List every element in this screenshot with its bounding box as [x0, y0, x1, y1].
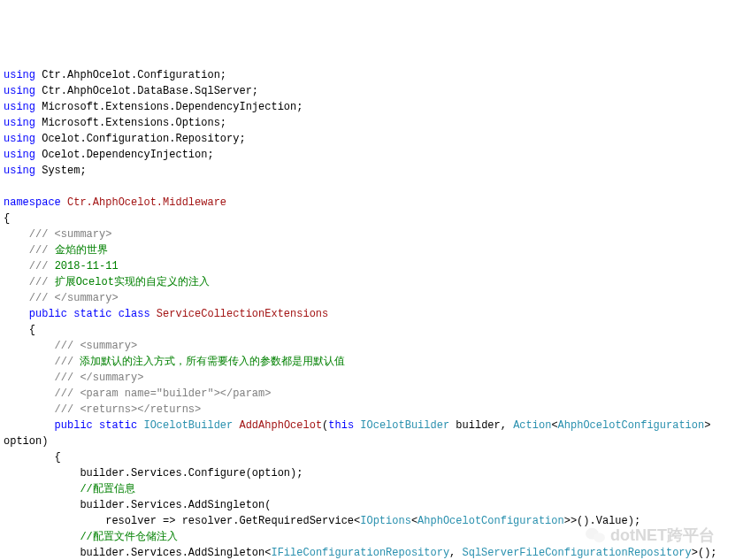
statement: builder.Services.AddSingleton< — [80, 547, 271, 559]
statement: >(); — [692, 547, 717, 559]
generic-type: IOptions — [360, 515, 411, 527]
namespace-ref: Ctr.AhphOcelot.Configuration — [42, 69, 220, 81]
xml-comment: /// </summary> — [29, 292, 119, 304]
keyword-modifier: public static — [55, 419, 138, 432]
generic-type: AhphOcelotConfiguration — [558, 419, 705, 432]
watermark: dotNET跨平台 — [586, 526, 715, 544]
param-type: IOcelotBuilder — [360, 419, 449, 432]
generic-type: AhphOcelotConfiguration — [417, 515, 564, 527]
keyword-using: using — [4, 165, 35, 177]
xml-comment: /// <param name="builder"></param> — [55, 387, 272, 400]
keyword-using: using — [4, 85, 35, 97]
svg-point-1 — [594, 533, 605, 542]
namespace-name: Ctr.AhphOcelot.Middleware — [67, 196, 226, 209]
namespace-ref: Ocelot.DependencyInjection — [42, 149, 207, 161]
line-comment: //配置信息 — [80, 483, 134, 495]
keyword-using: using — [4, 117, 35, 129]
keyword-using: using — [4, 149, 35, 161]
statement: >>().Value); — [564, 515, 640, 527]
namespace-ref: Microsoft.Extensions.Options — [42, 117, 220, 129]
xml-comment: /// <returns></returns> — [55, 403, 202, 416]
xml-comment-text: 2018-11-11 — [55, 260, 119, 272]
xml-comment: /// </summary> — [55, 372, 144, 384]
namespace-ref: Microsoft.Extensions.DependencyInjection — [42, 101, 296, 113]
namespace-ref: Ctr.AhphOcelot.DataBase.SqlServer — [42, 85, 252, 97]
xml-comment-text: 扩展Ocelot实现的自定义的注入 — [55, 276, 210, 288]
param-name: option — [4, 435, 42, 448]
namespace-ref: System — [42, 165, 80, 177]
class-name: ServiceCollectionExtensions — [157, 308, 328, 320]
generic-type: SqlServerFileConfigurationRepository — [463, 547, 692, 559]
keyword-using: using — [4, 133, 35, 145]
code-block: using Ctr.AhphOcelot.Configuration; usin… — [4, 67, 739, 560]
xml-comment: /// <summary> — [29, 228, 112, 241]
keyword-using: using — [4, 101, 35, 113]
statement: builder.Services.Configure(option); — [80, 467, 303, 479]
line-comment: //配置文件仓储注入 — [80, 531, 177, 543]
wechat-icon — [586, 526, 605, 544]
xml-comment: /// — [29, 244, 49, 257]
xml-comment: /// — [29, 276, 49, 288]
generic-type: IFileConfigurationRepository — [271, 547, 449, 559]
param-type: Action — [513, 419, 551, 432]
keyword-namespace: namespace — [4, 196, 61, 209]
watermark-text: dotNET跨平台 — [610, 527, 715, 543]
keyword-this: this — [328, 419, 354, 432]
statement: resolver => resolver.GetRequiredService< — [105, 515, 360, 527]
xml-comment: /// — [55, 356, 74, 368]
xml-comment-text: 添加默认的注入方式，所有需要传入的参数都是用默认值 — [80, 356, 345, 368]
return-type: IOcelotBuilder — [143, 419, 233, 432]
xml-comment: /// — [29, 260, 49, 272]
statement: builder.Services.AddSingleton( — [80, 499, 271, 511]
param-name: builder — [456, 419, 500, 432]
keyword-using: using — [4, 69, 35, 81]
method-name: AddAhphOcelot — [239, 419, 322, 432]
xml-comment-text: 金焰的世界 — [55, 244, 108, 257]
namespace-ref: Ocelot.Configuration.Repository — [42, 133, 239, 145]
keyword-class: public static class — [29, 308, 150, 320]
xml-comment: /// <summary> — [55, 340, 138, 352]
